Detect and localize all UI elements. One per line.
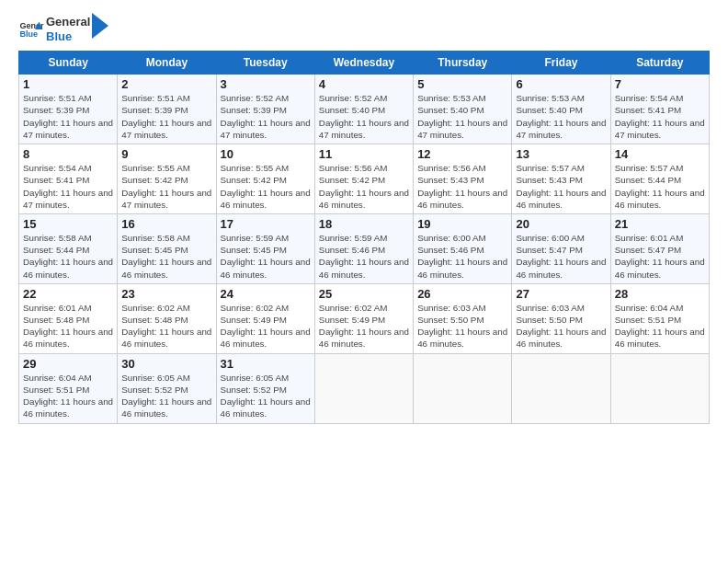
day-number: 28 bbox=[615, 287, 705, 301]
page-header: General Blue General Blue bbox=[18, 15, 710, 43]
weekday-header-wednesday: Wednesday bbox=[314, 52, 413, 75]
calendar-cell bbox=[610, 353, 709, 423]
calendar-cell: 20Sunrise: 6:00 AMSunset: 5:47 PMDayligh… bbox=[512, 213, 610, 283]
calendar-cell bbox=[512, 353, 610, 423]
calendar-cell: 5Sunrise: 5:53 AMSunset: 5:40 PMDaylight… bbox=[414, 75, 512, 144]
weekday-header-sunday: Sunday bbox=[19, 52, 118, 75]
calendar-cell: 28Sunrise: 6:04 AMSunset: 5:51 PMDayligh… bbox=[610, 283, 709, 353]
day-detail: Sunrise: 5:58 AMSunset: 5:44 PMDaylight:… bbox=[23, 232, 113, 281]
calendar-cell: 3Sunrise: 5:52 AMSunset: 5:39 PMDaylight… bbox=[216, 75, 314, 144]
day-number: 5 bbox=[417, 77, 507, 91]
day-number: 15 bbox=[23, 217, 113, 231]
logo-line2: Blue bbox=[46, 29, 90, 44]
day-detail: Sunrise: 6:00 AMSunset: 5:46 PMDaylight:… bbox=[417, 232, 507, 281]
day-detail: Sunrise: 6:02 AMSunset: 5:48 PMDaylight:… bbox=[121, 302, 211, 350]
day-number: 7 bbox=[615, 77, 705, 91]
day-number: 4 bbox=[319, 77, 409, 91]
calendar-cell: 26Sunrise: 6:03 AMSunset: 5:50 PMDayligh… bbox=[414, 283, 512, 353]
day-detail: Sunrise: 5:51 AMSunset: 5:39 PMDaylight:… bbox=[23, 92, 113, 141]
day-number: 10 bbox=[221, 147, 311, 161]
calendar-cell: 27Sunrise: 6:03 AMSunset: 5:50 PMDayligh… bbox=[512, 283, 610, 353]
day-detail: Sunrise: 5:56 AMSunset: 5:42 PMDaylight:… bbox=[319, 162, 409, 211]
calendar-cell: 9Sunrise: 5:55 AMSunset: 5:42 PMDaylight… bbox=[118, 144, 216, 214]
day-detail: Sunrise: 5:51 AMSunset: 5:39 PMDaylight:… bbox=[121, 92, 211, 141]
svg-marker-3 bbox=[92, 13, 108, 39]
calendar-cell: 4Sunrise: 5:52 AMSunset: 5:40 PMDaylight… bbox=[314, 75, 413, 144]
day-detail: Sunrise: 6:05 AMSunset: 5:52 PMDaylight:… bbox=[221, 372, 311, 420]
calendar-cell bbox=[414, 353, 512, 423]
day-number: 17 bbox=[221, 217, 311, 231]
day-detail: Sunrise: 6:01 AMSunset: 5:48 PMDaylight:… bbox=[23, 302, 113, 350]
calendar-cell: 22Sunrise: 6:01 AMSunset: 5:48 PMDayligh… bbox=[19, 283, 118, 353]
day-number: 11 bbox=[319, 147, 409, 161]
day-number: 9 bbox=[121, 147, 211, 161]
day-number: 26 bbox=[417, 287, 507, 301]
day-detail: Sunrise: 5:55 AMSunset: 5:42 PMDaylight:… bbox=[121, 162, 211, 211]
day-number: 3 bbox=[221, 77, 311, 91]
day-number: 8 bbox=[23, 147, 113, 161]
day-detail: Sunrise: 6:03 AMSunset: 5:50 PMDaylight:… bbox=[417, 302, 507, 350]
day-number: 13 bbox=[516, 147, 606, 161]
calendar-cell: 16Sunrise: 5:58 AMSunset: 5:45 PMDayligh… bbox=[118, 213, 216, 283]
day-number: 27 bbox=[516, 287, 606, 301]
calendar-cell: 18Sunrise: 5:59 AMSunset: 5:46 PMDayligh… bbox=[314, 213, 413, 283]
day-detail: Sunrise: 5:56 AMSunset: 5:43 PMDaylight:… bbox=[417, 162, 507, 211]
calendar-cell: 19Sunrise: 6:00 AMSunset: 5:46 PMDayligh… bbox=[414, 213, 512, 283]
day-detail: Sunrise: 6:02 AMSunset: 5:49 PMDaylight:… bbox=[319, 302, 409, 350]
day-detail: Sunrise: 5:54 AMSunset: 5:41 PMDaylight:… bbox=[23, 162, 113, 211]
calendar-cell: 2Sunrise: 5:51 AMSunset: 5:39 PMDaylight… bbox=[118, 75, 216, 144]
day-number: 16 bbox=[121, 217, 211, 231]
day-number: 19 bbox=[417, 217, 507, 231]
calendar-cell: 10Sunrise: 5:55 AMSunset: 5:42 PMDayligh… bbox=[216, 144, 314, 214]
weekday-header-tuesday: Tuesday bbox=[216, 52, 314, 75]
day-detail: Sunrise: 5:52 AMSunset: 5:39 PMDaylight:… bbox=[221, 92, 311, 141]
calendar-table: SundayMondayTuesdayWednesdayThursdayFrid… bbox=[18, 51, 710, 423]
day-detail: Sunrise: 5:52 AMSunset: 5:40 PMDaylight:… bbox=[319, 92, 409, 141]
day-number: 29 bbox=[23, 357, 113, 371]
weekday-header-thursday: Thursday bbox=[414, 52, 512, 75]
day-number: 12 bbox=[417, 147, 507, 161]
calendar-cell: 12Sunrise: 5:56 AMSunset: 5:43 PMDayligh… bbox=[414, 144, 512, 214]
logo-line1: General bbox=[46, 15, 90, 29]
day-detail: Sunrise: 6:02 AMSunset: 5:49 PMDaylight:… bbox=[221, 302, 311, 350]
day-number: 30 bbox=[121, 357, 211, 371]
calendar-cell: 15Sunrise: 5:58 AMSunset: 5:44 PMDayligh… bbox=[19, 213, 118, 283]
day-detail: Sunrise: 5:59 AMSunset: 5:46 PMDaylight:… bbox=[319, 232, 409, 281]
day-number: 6 bbox=[516, 77, 606, 91]
day-detail: Sunrise: 5:59 AMSunset: 5:45 PMDaylight:… bbox=[221, 232, 311, 281]
day-number: 25 bbox=[319, 287, 409, 301]
day-number: 22 bbox=[23, 287, 113, 301]
day-number: 18 bbox=[319, 217, 409, 231]
logo-arrow-icon bbox=[92, 13, 108, 39]
day-detail: Sunrise: 6:03 AMSunset: 5:50 PMDaylight:… bbox=[516, 302, 606, 350]
calendar-cell: 30Sunrise: 6:05 AMSunset: 5:52 PMDayligh… bbox=[118, 353, 216, 423]
day-detail: Sunrise: 5:57 AMSunset: 5:43 PMDaylight:… bbox=[516, 162, 606, 211]
day-detail: Sunrise: 5:53 AMSunset: 5:40 PMDaylight:… bbox=[516, 92, 606, 141]
day-number: 2 bbox=[121, 77, 211, 91]
day-detail: Sunrise: 6:00 AMSunset: 5:47 PMDaylight:… bbox=[516, 232, 606, 281]
calendar-cell: 31Sunrise: 6:05 AMSunset: 5:52 PMDayligh… bbox=[216, 353, 314, 423]
calendar-cell: 13Sunrise: 5:57 AMSunset: 5:43 PMDayligh… bbox=[512, 144, 610, 214]
calendar-cell: 24Sunrise: 6:02 AMSunset: 5:49 PMDayligh… bbox=[216, 283, 314, 353]
day-detail: Sunrise: 5:54 AMSunset: 5:41 PMDaylight:… bbox=[615, 92, 705, 141]
calendar-cell: 21Sunrise: 6:01 AMSunset: 5:47 PMDayligh… bbox=[610, 213, 709, 283]
day-detail: Sunrise: 6:04 AMSunset: 5:51 PMDaylight:… bbox=[615, 302, 705, 350]
day-number: 14 bbox=[615, 147, 705, 161]
svg-text:Blue: Blue bbox=[19, 29, 38, 39]
day-number: 20 bbox=[516, 217, 606, 231]
day-number: 1 bbox=[23, 77, 113, 91]
day-detail: Sunrise: 5:55 AMSunset: 5:42 PMDaylight:… bbox=[221, 162, 311, 211]
calendar-cell: 7Sunrise: 5:54 AMSunset: 5:41 PMDaylight… bbox=[610, 75, 709, 144]
day-detail: Sunrise: 5:58 AMSunset: 5:45 PMDaylight:… bbox=[121, 232, 211, 281]
weekday-header-monday: Monday bbox=[118, 52, 216, 75]
calendar-cell: 1Sunrise: 5:51 AMSunset: 5:39 PMDaylight… bbox=[19, 75, 118, 144]
calendar-cell: 29Sunrise: 6:04 AMSunset: 5:51 PMDayligh… bbox=[19, 353, 118, 423]
day-number: 24 bbox=[221, 287, 311, 301]
calendar-cell: 17Sunrise: 5:59 AMSunset: 5:45 PMDayligh… bbox=[216, 213, 314, 283]
calendar-cell: 25Sunrise: 6:02 AMSunset: 5:49 PMDayligh… bbox=[314, 283, 413, 353]
weekday-header-saturday: Saturday bbox=[610, 52, 709, 75]
day-detail: Sunrise: 6:05 AMSunset: 5:52 PMDaylight:… bbox=[121, 372, 211, 420]
weekday-header-friday: Friday bbox=[512, 52, 610, 75]
calendar-cell: 6Sunrise: 5:53 AMSunset: 5:40 PMDaylight… bbox=[512, 75, 610, 144]
day-detail: Sunrise: 6:04 AMSunset: 5:51 PMDaylight:… bbox=[23, 372, 113, 420]
